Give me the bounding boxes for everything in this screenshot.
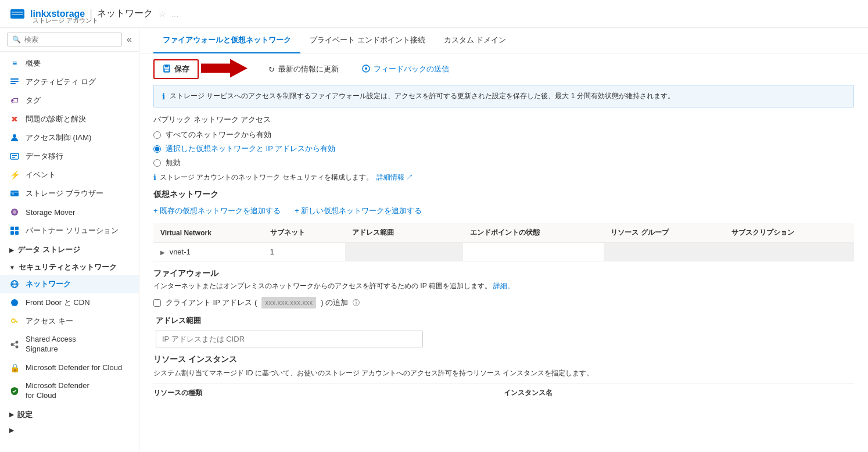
row-chevron[interactable]: ▶	[160, 249, 165, 256]
more-icon[interactable]: …	[171, 9, 179, 19]
svg-point-22	[11, 299, 18, 306]
sidebar-item-diagnose[interactable]: ✖ 問題の診断と解決	[0, 110, 139, 128]
radio-disabled[interactable]: 無効	[153, 157, 854, 168]
tags-icon: 🏷	[9, 95, 20, 106]
network-icon	[9, 279, 20, 289]
access-key-icon	[9, 316, 20, 327]
resource-instances-desc: システム割り当てマネージド ID に基づいて、お使いのストレージ アカウントへの…	[153, 368, 854, 378]
col-resource-type: リソースの種類	[153, 388, 504, 398]
sidebar-section-data-storage[interactable]: ▶ データ ストレージ	[0, 240, 139, 257]
svg-rect-17	[10, 231, 14, 235]
data-migration-icon	[9, 151, 20, 162]
sidebar-item-data-migration[interactable]: データ移行	[0, 147, 139, 166]
info-banner: ℹ ストレージ サービスへのアクセスを制限するファイアウォール設定は、アクセスを…	[153, 85, 854, 107]
tab-firewall[interactable]: ファイアウォールと仮想ネットワーク	[153, 28, 300, 53]
svg-rect-12	[12, 193, 14, 195]
radio-selected-networks[interactable]: 選択した仮想ネットワークと IP アドレスから有効	[153, 144, 854, 154]
tab-private-endpoint[interactable]: プライベート エンドポイント接続	[300, 28, 435, 53]
col-subscription: サブスクリプション	[724, 223, 854, 243]
storage-mover-icon	[9, 207, 20, 217]
star-icon[interactable]: ☆	[159, 9, 166, 19]
col-vnet: Virtual Network	[153, 223, 263, 243]
firewall-title: ファイアウォール	[153, 268, 854, 279]
svg-rect-8	[12, 155, 17, 156]
svg-rect-16	[15, 227, 19, 230]
sidebar-item-network[interactable]: ネットワーク	[0, 275, 139, 293]
svg-rect-25	[16, 322, 17, 323]
save-icon	[163, 64, 171, 74]
save-button[interactable]: 保存	[153, 59, 199, 79]
client-ip-checkbox[interactable]	[153, 299, 161, 307]
svg-rect-9	[12, 157, 15, 158]
addr-range-input[interactable]	[156, 331, 423, 347]
svg-rect-33	[164, 69, 169, 71]
vnet-address-cell	[345, 243, 462, 261]
svg-rect-11	[10, 192, 19, 193]
svg-point-23	[12, 319, 15, 322]
sidebar-item-overview[interactable]: ≡ 概要	[0, 54, 139, 73]
addr-range-label: アドレス範囲	[153, 315, 854, 326]
shared-access-icon	[9, 339, 20, 350]
sidebar-item-partner-solutions[interactable]: パートナー ソリューション	[0, 221, 139, 240]
sidebar-collapse-icon[interactable]: «	[127, 34, 132, 45]
activity-log-icon	[9, 77, 20, 87]
table-row[interactable]: ▶ vnet-1 1	[153, 243, 854, 261]
page-title: ネットワーク	[97, 8, 153, 20]
sidebar-section-security-network[interactable]: ▼ セキュリティとネットワーク	[0, 257, 139, 275]
resource-instances-title: リソース インスタンス	[153, 354, 854, 365]
sidebar-section-settings[interactable]: ▶	[0, 422, 139, 436]
sidebar-item-defender[interactable]: Microsoft Defender for Cloud	[0, 377, 139, 405]
svg-rect-4	[10, 81, 19, 82]
sidebar-item-encryption[interactable]: 🔒 Microsoft Defender for Cloud	[0, 358, 139, 377]
svg-rect-2	[12, 14, 23, 15]
sidebar-item-shared-access[interactable]: Shared Access Signature	[0, 331, 139, 358]
sidebar-item-storage-browser[interactable]: ストレージ ブラウザー	[0, 184, 139, 203]
network-info-icon: ℹ	[153, 173, 156, 182]
storage-browser-icon	[9, 188, 20, 199]
vnet-subnet-cell: 1	[263, 243, 346, 261]
sidebar-item-activity-log[interactable]: アクティビティ ログ	[0, 73, 139, 91]
sidebar-search[interactable]: 🔍	[7, 33, 122, 46]
feedback-button[interactable]: フィードバックの送信	[355, 60, 456, 78]
sidebar-item-front-door[interactable]: Front Door と CDN	[0, 293, 139, 312]
radio-all-networks[interactable]: すべてのネットワークから有効	[153, 130, 854, 140]
vnet-table: Virtual Network サブネット アドレス範囲 エンドポイントの状態 …	[153, 223, 854, 261]
subtitle: ストレージ アカウント	[33, 16, 98, 25]
vnet-name-cell: ▶ vnet-1	[153, 243, 263, 261]
info-icon: ℹ	[162, 92, 165, 101]
vnet-sub-cell	[724, 243, 854, 261]
sidebar-item-storage-mover[interactable]: Storage Mover	[0, 203, 139, 221]
col-subnet: サブネット	[263, 223, 346, 243]
firewall-description: インターネットまたはオンプレミスのネットワークからのアクセスを許可するための I…	[153, 281, 854, 291]
tab-custom-domain[interactable]: カスタム ドメイン	[435, 28, 516, 53]
access-control-icon	[9, 132, 20, 143]
firewall-detail-link[interactable]: 詳細。	[493, 282, 514, 290]
svg-rect-32	[165, 65, 168, 67]
partner-solutions-icon	[9, 225, 20, 236]
vnet-title: 仮想ネットワーク	[153, 189, 854, 200]
vnet-endpoint-cell	[463, 243, 604, 261]
refresh-button[interactable]: ↻ 最新の情報に更新	[261, 60, 346, 78]
add-existing-vnet-button[interactable]: + 既存の仮想ネットワークを追加する	[153, 206, 281, 216]
svg-rect-24	[15, 321, 18, 322]
col-endpoint-status: エンドポイントの状態	[463, 223, 604, 243]
add-new-vnet-button[interactable]: + 新しい仮想ネットワークを追加する	[295, 206, 422, 216]
sidebar-section-data-management[interactable]: ▶ 設定	[0, 405, 139, 422]
sidebar-item-access-control[interactable]: アクセス制御 (IAM)	[0, 128, 139, 147]
sidebar-item-tags[interactable]: 🏷 タグ	[0, 91, 139, 110]
svg-rect-3	[10, 78, 19, 80]
defender-icon	[9, 386, 20, 396]
sidebar-item-event[interactable]: ⚡ イベント	[0, 166, 139, 184]
data-storage-chevron: ▶	[9, 247, 14, 253]
search-icon: 🔍	[12, 35, 21, 44]
sidebar-item-access-key[interactable]: アクセス キー	[0, 312, 139, 331]
svg-rect-15	[10, 227, 14, 230]
red-arrow	[201, 57, 248, 82]
col-address-range: アドレス範囲	[345, 223, 462, 243]
vnet-rg-cell	[604, 243, 724, 261]
svg-rect-5	[10, 83, 16, 84]
col-resource-group: リソース グループ	[604, 223, 724, 243]
search-input[interactable]	[24, 35, 117, 44]
detail-link[interactable]: 詳細情報 ↗	[376, 173, 413, 182]
client-ip-masked: xxx.xxx.xxx.xxx	[261, 297, 316, 308]
